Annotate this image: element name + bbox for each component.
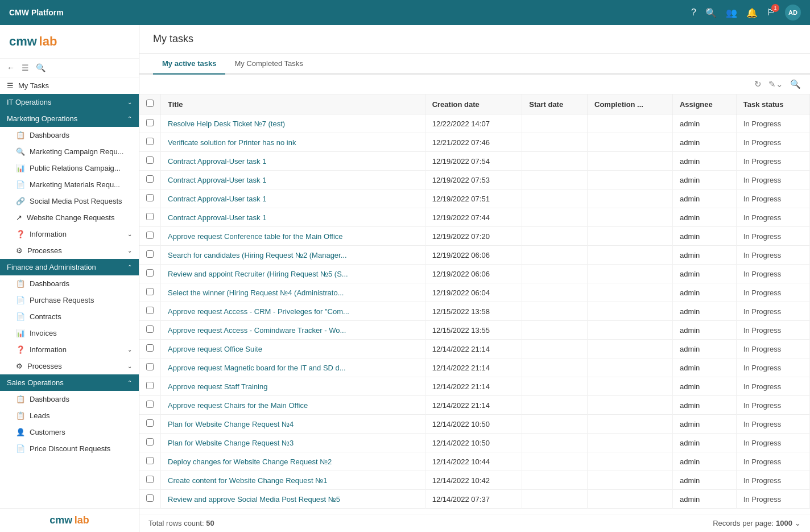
row-checkbox[interactable] bbox=[139, 283, 161, 302]
row-title[interactable]: Search for candidates (Hiring Request №2… bbox=[161, 246, 425, 265]
row-assignee: admin bbox=[672, 171, 736, 189]
row-title[interactable]: Plan for Website Change Request №3 bbox=[161, 434, 425, 452]
sidebar-section-sales-operations[interactable]: Sales Operations ⌃ bbox=[0, 374, 139, 391]
row-checkbox[interactable] bbox=[139, 396, 161, 415]
sidebar-item-dashboards-fin[interactable]: 📋 Dashboards bbox=[0, 275, 139, 292]
row-checkbox[interactable] bbox=[139, 358, 161, 377]
bell-icon[interactable]: 🔔 bbox=[746, 7, 758, 18]
row-status: In Progress bbox=[736, 114, 809, 133]
row-title[interactable]: Approve request Chairs for the Main Offi… bbox=[161, 396, 425, 415]
leads-icon: 📋 bbox=[16, 411, 25, 420]
row-checkbox[interactable] bbox=[139, 152, 161, 171]
sidebar-section-marketing-operations[interactable]: Marketing Operations ⌃ bbox=[0, 110, 139, 127]
row-title[interactable]: Contract Approval-User task 1 bbox=[161, 171, 425, 189]
table-row: Review and approve Social Media Post Req… bbox=[139, 490, 810, 509]
row-checkbox[interactable] bbox=[139, 471, 161, 490]
sidebar-item-website-change[interactable]: ↗ Website Change Requests bbox=[0, 209, 139, 226]
row-status: In Progress bbox=[736, 227, 809, 246]
row-checkbox[interactable] bbox=[139, 434, 161, 452]
filter-search-icon[interactable]: 🔍 bbox=[790, 79, 801, 89]
row-checkbox[interactable] bbox=[139, 302, 161, 321]
sidebar-item-marketing-campaign[interactable]: 🔍 Marketing Campaign Requ... bbox=[0, 143, 139, 160]
row-title[interactable]: Approve request Conference table for the… bbox=[161, 227, 425, 246]
sidebar-item-social-media[interactable]: 🔗 Social Media Post Requests bbox=[0, 193, 139, 209]
row-checkbox[interactable] bbox=[139, 246, 161, 265]
row-title[interactable]: Contract Approval-User task 1 bbox=[161, 189, 425, 208]
tab-completed-tasks[interactable]: My Completed Tasks bbox=[225, 53, 312, 75]
row-title[interactable]: Approve request Access - CRM - Privelege… bbox=[161, 302, 425, 321]
logo-cmw: cmw bbox=[9, 34, 37, 48]
row-creation-date: 12/19/2022 06:04 bbox=[425, 283, 522, 302]
users-icon[interactable]: 👥 bbox=[726, 7, 737, 18]
sidebar-menu-icon[interactable]: ☰ bbox=[22, 63, 29, 72]
row-start-date bbox=[522, 396, 588, 415]
help-icon[interactable]: ? bbox=[691, 7, 696, 18]
row-creation-date: 12/19/2022 07:20 bbox=[425, 227, 522, 246]
row-assignee: admin bbox=[672, 396, 736, 415]
row-checkbox[interactable] bbox=[139, 377, 161, 396]
row-title[interactable]: Approve request Magnetic board for the I… bbox=[161, 358, 425, 377]
sidebar-item-processes-fin[interactable]: ⚙ Processes ⌄ bbox=[0, 358, 139, 374]
row-checkbox[interactable] bbox=[139, 189, 161, 208]
row-checkbox[interactable] bbox=[139, 340, 161, 358]
sidebar-section-finance-admin[interactable]: Finance and Administration ⌃ bbox=[0, 259, 139, 275]
sidebar-item-my-tasks[interactable]: ☰ My Tasks bbox=[0, 77, 139, 94]
sidebar-item-information-mkt[interactable]: ❓ Information ⌄ bbox=[0, 226, 139, 242]
row-title[interactable]: Approve request Office Suite bbox=[161, 340, 425, 358]
row-checkbox[interactable] bbox=[139, 114, 161, 133]
sidebar-item-marketing-materials[interactable]: 📄 Marketing Materials Requ... bbox=[0, 176, 139, 193]
topbar: CMW Platform ? 🔍 👥 🔔 🏳 1 AD bbox=[0, 0, 810, 25]
sidebar-item-public-relations[interactable]: 📊 Public Relations Campaig... bbox=[0, 160, 139, 176]
sidebar-item-price-discount[interactable]: 📄 Price Discount Requests bbox=[0, 440, 139, 457]
row-checkbox[interactable] bbox=[139, 415, 161, 434]
row-title[interactable]: Create content for Website Change Reques… bbox=[161, 471, 425, 490]
purchase-requests-label: Purchase Requests bbox=[30, 296, 132, 304]
sidebar-item-leads[interactable]: 📋 Leads bbox=[0, 407, 139, 424]
row-title[interactable]: Plan for Website Change Request №4 bbox=[161, 415, 425, 434]
row-title[interactable]: Contract Approval-User task 1 bbox=[161, 208, 425, 227]
records-per-page[interactable]: Records per page: 1000 ⌄ bbox=[713, 519, 801, 527]
select-all-checkbox[interactable] bbox=[146, 100, 154, 107]
table-row: Deploy changes for Website Change Reques… bbox=[139, 452, 810, 471]
row-title[interactable]: Deploy changes for Website Change Reques… bbox=[161, 452, 425, 471]
sidebar-item-contracts[interactable]: 📄 Contracts bbox=[0, 308, 139, 325]
row-checkbox[interactable] bbox=[139, 321, 161, 340]
sidebar-item-dashboards-sales[interactable]: 📋 Dashboards bbox=[0, 391, 139, 407]
edit-icon[interactable]: ✎⌄ bbox=[768, 79, 783, 89]
sidebar-item-customers[interactable]: 👤 Customers bbox=[0, 424, 139, 440]
tab-active-tasks[interactable]: My active tasks bbox=[153, 53, 225, 75]
row-status: In Progress bbox=[736, 246, 809, 265]
row-title[interactable]: Verificate solution for Printer has no i… bbox=[161, 133, 425, 152]
row-title[interactable]: Resolve Help Desk Ticket №7 (test) bbox=[161, 114, 425, 133]
sidebar-search-icon[interactable]: 🔍 bbox=[36, 63, 46, 72]
row-title[interactable]: Approve request Staff Training bbox=[161, 377, 425, 396]
refresh-icon[interactable]: ↻ bbox=[754, 79, 762, 89]
sidebar-item-invoices[interactable]: 📊 Invoices bbox=[0, 325, 139, 341]
row-checkbox[interactable] bbox=[139, 133, 161, 152]
search-icon[interactable]: 🔍 bbox=[705, 7, 717, 18]
total-rows-label: Total rows count: 50 bbox=[148, 519, 214, 527]
row-status: In Progress bbox=[736, 396, 809, 415]
sidebar-item-processes-mkt[interactable]: ⚙ Processes ⌄ bbox=[0, 242, 139, 259]
row-checkbox[interactable] bbox=[139, 452, 161, 471]
row-status: In Progress bbox=[736, 283, 809, 302]
sidebar-item-purchase-requests[interactable]: 📄 Purchase Requests bbox=[0, 292, 139, 308]
row-checkbox[interactable] bbox=[139, 265, 161, 283]
avatar[interactable]: AD bbox=[785, 5, 801, 20]
row-title[interactable]: Review and appoint Recruiter (Hiring Req… bbox=[161, 265, 425, 283]
row-title[interactable]: Review and approve Social Media Post Req… bbox=[161, 490, 425, 509]
row-title[interactable]: Contract Approval-User task 1 bbox=[161, 152, 425, 171]
row-checkbox[interactable] bbox=[139, 171, 161, 189]
row-checkbox[interactable] bbox=[139, 490, 161, 509]
row-title[interactable]: Select the winner (Hiring Request №4 (Ad… bbox=[161, 283, 425, 302]
row-checkbox[interactable] bbox=[139, 227, 161, 246]
row-title[interactable]: Approve request Access - Comindware Trac… bbox=[161, 321, 425, 340]
sidebar-section-it-operations[interactable]: IT Operations ⌄ bbox=[0, 94, 139, 110]
sidebar-back-icon[interactable]: ← bbox=[7, 63, 15, 72]
sidebar-item-dashboards-mkt[interactable]: 📋 Dashboards bbox=[0, 127, 139, 143]
sidebar-item-information-fin[interactable]: ❓ Information ⌄ bbox=[0, 341, 139, 358]
table-container: ↻ ✎⌄ 🔍 Title Creation date Start date Co… bbox=[139, 75, 810, 514]
flag-icon[interactable]: 🏳 1 bbox=[767, 7, 776, 18]
row-checkbox[interactable] bbox=[139, 208, 161, 227]
column-start-date: Start date bbox=[522, 94, 588, 114]
